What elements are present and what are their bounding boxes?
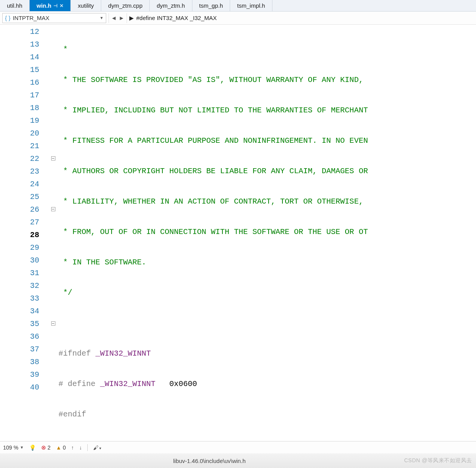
footer: libuv-1.46.0\include\uv\win.h CSDN @等风来不… — [0, 453, 476, 468]
code-area[interactable]: * * THE SOFTWARE IS PROVIDED "AS IS", WI… — [58, 25, 476, 441]
nav-arrow-group: ◄ ► — [109, 13, 127, 23]
file-path: libuv-1.46.0\include\uv\win.h — [173, 458, 246, 464]
pin-icon[interactable]: ⊣ — [53, 3, 57, 8]
tab-dym-ztm-h[interactable]: dym_ztm.h — [150, 0, 192, 11]
line-number-gutter: 1213141516171819202122232425262728293031… — [14, 25, 48, 441]
quick-actions-icon[interactable]: 🖌 — [93, 445, 101, 451]
nav-next-icon[interactable]: ► — [118, 15, 125, 21]
close-icon[interactable]: ✕ — [60, 3, 63, 8]
fold-toggle-icon[interactable]: − — [51, 156, 55, 160]
tab-xutility[interactable]: xutility — [71, 0, 101, 11]
fold-toggle-icon[interactable]: − — [51, 207, 55, 211]
glyph-margin — [0, 25, 14, 441]
nav-prev-icon[interactable]: ◄ — [110, 15, 117, 21]
lightbulb-icon[interactable]: 💡 — [29, 445, 36, 451]
fold-column: − − − — [48, 25, 58, 441]
tab-tsm-impl-h[interactable]: tsm_impl.h — [230, 0, 272, 11]
watermark: CSDN @等风来不如迎风去 — [404, 457, 472, 464]
chevron-down-icon: ▼ — [100, 16, 104, 20]
warnings-indicator[interactable]: ▲ 0 — [56, 445, 66, 451]
scope-combo[interactable]: { }INTPTR_MAX ▼ — [2, 13, 106, 23]
member-crumb[interactable]: ▶ #define INT32_MAX _I32_MAX — [129, 15, 217, 22]
errors-indicator[interactable]: ⊗ 2 — [41, 444, 51, 451]
tab-tsm-gp-h[interactable]: tsm_gp.h — [192, 0, 230, 11]
tab-util-hh[interactable]: util.hh — [0, 0, 30, 11]
tab-win-h[interactable]: win.h ⊣ ✕ — [30, 0, 71, 11]
navigation-bar: { }INTPTR_MAX ▼ ◄ ► ▶ #define INT32_MAX … — [0, 12, 476, 25]
status-bar: 109 % ▼ 💡 ⊗ 2 ▲ 0 ↑ ↓ 🖌 — [0, 441, 476, 453]
tab-strip: util.hh win.h ⊣ ✕ xutility dym_ztm.cpp d… — [0, 0, 476, 12]
next-issue-icon[interactable]: ↓ — [79, 445, 82, 451]
editor: 1213141516171819202122232425262728293031… — [0, 25, 476, 441]
scope-icon: { } — [5, 15, 10, 21]
prev-issue-icon[interactable]: ↑ — [71, 445, 74, 451]
zoom-combo[interactable]: 109 % ▼ — [3, 445, 24, 451]
fold-toggle-icon[interactable]: − — [51, 321, 55, 326]
tab-dym-ztm-cpp[interactable]: dym_ztm.cpp — [101, 0, 150, 11]
define-icon: ▶ — [129, 15, 134, 22]
